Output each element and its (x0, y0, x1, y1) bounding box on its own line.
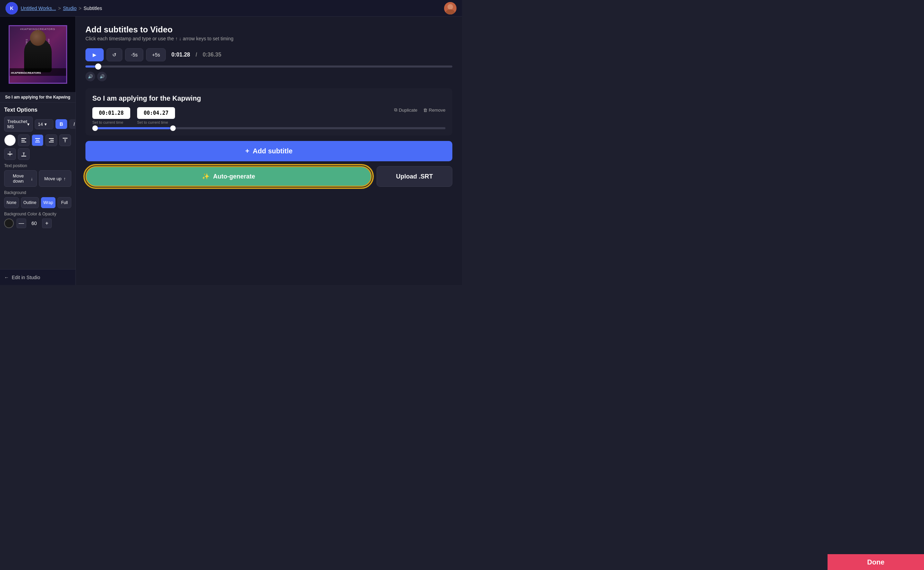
rewind-icon: ↺ (112, 52, 116, 58)
text-bottom-button[interactable]: T (18, 148, 30, 160)
svg-text:T: T (23, 152, 25, 156)
bg-none-button[interactable]: None (4, 197, 19, 208)
end-set-time-label[interactable]: Set to current time (137, 120, 175, 124)
align-left-button[interactable] (18, 135, 30, 146)
color-swatch[interactable] (4, 219, 14, 228)
start-set-time-label[interactable]: Set to current time (92, 120, 130, 124)
text-top-button[interactable]: T (59, 135, 71, 146)
text-color-button[interactable] (4, 135, 16, 146)
bg-wrap-button[interactable]: Wrap (41, 197, 55, 208)
breadcrumb-sep2: > (78, 6, 81, 11)
preview-caption: So I am applying for the Kapwing (0, 92, 75, 103)
svg-rect-13 (49, 142, 54, 142)
subtitle-action-btns: ⧉ Duplicate 🗑 Remove (394, 107, 445, 113)
trash-icon: 🗑 (423, 107, 428, 113)
total-time: 0:36.35 (203, 52, 221, 58)
page-subtitle: Click each timestamp and type or use the… (86, 36, 452, 41)
play-button[interactable]: ▶ (86, 48, 104, 61)
font-size-value: 14 (38, 122, 43, 127)
auto-generate-label: Auto-generate (213, 173, 255, 180)
opacity-value: 60 (29, 221, 39, 226)
svg-rect-9 (36, 140, 39, 141)
move-up-button[interactable]: Move up ↑ (39, 170, 72, 187)
add-subtitle-button[interactable]: + Add subtitle (86, 141, 452, 161)
move-down-label: Move down (8, 173, 29, 184)
user-avatar[interactable] (444, 2, 456, 14)
video-preview-inner: #KAPWINGCREATORS #KAPWINGCREATORS #KAPWI… (9, 25, 67, 84)
svg-rect-5 (21, 138, 26, 139)
volume-icon-2[interactable]: 🔊 (97, 72, 107, 81)
move-down-button[interactable]: Move down ↓ (4, 170, 37, 187)
page-title: Add subtitles to Video (86, 25, 452, 34)
back5s-label: -5s (131, 52, 138, 58)
bg-outline-button[interactable]: Outline (21, 197, 39, 208)
move-up-label: Move up (44, 176, 62, 181)
subtitle-slider[interactable] (92, 127, 445, 129)
bg-full-button[interactable]: Full (58, 197, 71, 208)
subtitle-text: So I am applying for the Kapwing (92, 94, 445, 103)
align-center-button[interactable] (32, 135, 43, 146)
breadcrumb: Untitled Works... > Studio > Subtitles (21, 6, 102, 11)
svg-text:T: T (9, 154, 11, 156)
font-selector[interactable]: Trebuchet MS ▾ (4, 116, 33, 132)
start-time-input[interactable] (92, 107, 130, 119)
position-buttons-row: Move down ↓ Move up ↑ (4, 170, 71, 187)
nav-logo[interactable]: K (6, 2, 18, 14)
breadcrumb-sep1: > (58, 6, 61, 11)
current-time: 0:01.28 (171, 52, 190, 58)
rewind-button[interactable]: ↺ (107, 48, 122, 61)
bold-button[interactable]: B (55, 119, 67, 129)
playback-controls: ▶ ↺ -5s +5s 0:01.28 / 0:36.35 (86, 48, 452, 61)
text-position-label: Text position (4, 163, 71, 168)
edit-in-studio-button[interactable]: ← Edit in Studio (0, 269, 75, 285)
size-selector[interactable]: 14 ▾ (35, 119, 54, 129)
sparkle-icon: ✨ (202, 173, 210, 180)
edit-in-studio-label: Edit in Studio (12, 275, 40, 280)
background-label: Background (4, 190, 71, 195)
text-middle-button[interactable]: TT (4, 148, 16, 160)
left-options: Text Options Trebuchet MS ▾ 14 ▾ B I (0, 103, 75, 269)
upload-srt-button[interactable]: Upload .SRT (376, 166, 452, 187)
main-layout: #KAPWINGCREATORS #KAPWINGCREATORS #KAPWI… (0, 17, 462, 285)
nav-left: K Untitled Works... > Studio > Subtitles (6, 2, 102, 14)
opacity-increase-button[interactable]: + (42, 219, 52, 228)
svg-rect-12 (50, 140, 54, 141)
time-separator: / (196, 52, 197, 58)
back5s-button[interactable]: -5s (125, 48, 143, 61)
left-panel: #KAPWINGCREATORS #KAPWINGCREATORS #KAPWI… (0, 17, 76, 285)
volume-icon[interactable]: 🔊 (86, 72, 95, 81)
subtitle-start-thumb[interactable] (92, 126, 98, 131)
breadcrumb-project[interactable]: Untitled Works... (21, 6, 56, 11)
upload-srt-label: Upload .SRT (396, 173, 433, 180)
size-chevron-icon: ▾ (44, 122, 47, 127)
progress-bar[interactable] (86, 66, 452, 67)
breadcrumb-studio[interactable]: Studio (63, 6, 77, 11)
add-subtitle-icon: + (245, 147, 249, 155)
top-nav: K Untitled Works... > Studio > Subtitles (0, 0, 462, 17)
auto-generate-button[interactable]: ✨ Auto-generate (86, 166, 372, 187)
volume-row: 🔊 🔊 (86, 72, 452, 81)
fwd5s-button[interactable]: +5s (146, 48, 166, 61)
align-right-button[interactable] (46, 135, 57, 146)
subtitle-end-thumb[interactable] (170, 126, 176, 131)
breadcrumb-current: Subtitles (84, 6, 102, 11)
svg-rect-14 (63, 138, 67, 138)
watermark-bottom: #KAPWINGCREATORS (11, 71, 41, 74)
remove-button[interactable]: 🗑 Remove (423, 107, 445, 113)
bg-color-label: Background Color & Opacity (4, 211, 71, 216)
duplicate-icon: ⧉ (394, 107, 397, 113)
section-title: Text Options (4, 107, 71, 113)
add-subtitle-label: Add subtitle (253, 147, 293, 155)
duplicate-button[interactable]: ⧉ Duplicate (394, 107, 417, 113)
end-time-input[interactable] (137, 107, 175, 119)
text-formatting-row: T TT T (4, 135, 71, 160)
back-arrow-icon: ← (4, 275, 9, 280)
background-buttons-row: None Outline Wrap Full (4, 197, 71, 208)
opacity-decrease-button[interactable]: — (17, 219, 26, 228)
svg-point-3 (448, 4, 453, 10)
remove-label: Remove (429, 107, 445, 113)
progress-thumb[interactable] (95, 63, 101, 70)
font-name: Trebuchet MS (7, 119, 27, 129)
italic-button[interactable]: I (69, 119, 75, 129)
svg-rect-10 (35, 142, 40, 142)
